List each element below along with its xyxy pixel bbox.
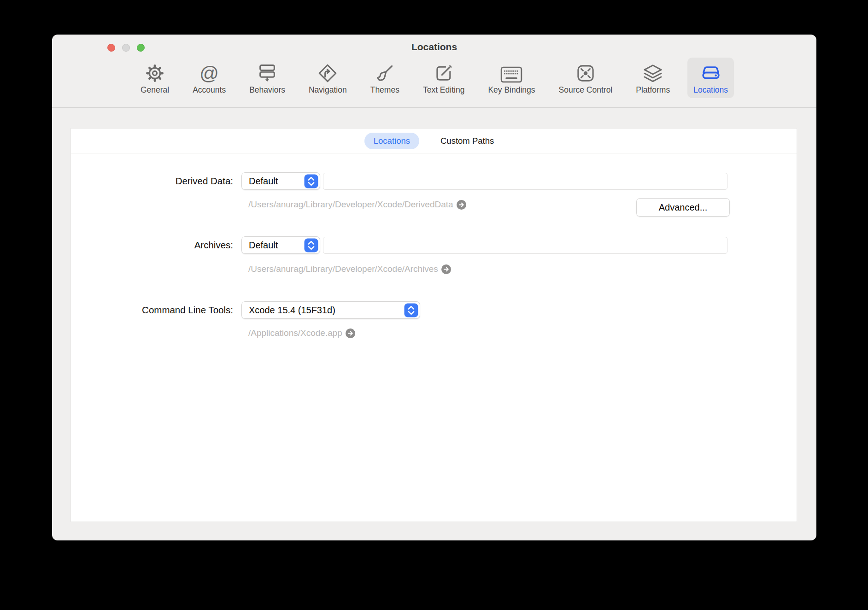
popup-value: Xcode 15.4 (15F31d) (249, 305, 335, 316)
source-control-icon (575, 62, 596, 84)
settings-toolbar: General @ Accounts (52, 58, 816, 98)
toolbar-item-label: Text Editing (423, 85, 464, 95)
toolbar-item-themes[interactable]: Themes (364, 58, 405, 98)
toolbar-item-label: Behaviors (249, 85, 285, 95)
toolbar-item-general[interactable]: General (135, 58, 175, 98)
gear-icon (144, 62, 165, 84)
toolbar-item-source-control[interactable]: Source Control (553, 58, 619, 98)
path-text: /Users/anurag/Library/Developer/Xcode/Ar… (248, 264, 438, 274)
derived-data-path: /Users/anurag/Library/Developer/Xcode/De… (248, 199, 466, 211)
toolbar-item-accounts[interactable]: @ Accounts (187, 58, 232, 98)
chevron-up-down-icon (304, 174, 318, 188)
toolbar-item-label: Source Control (559, 85, 613, 95)
locations-tab-bar: Locations Custom Paths (71, 129, 797, 153)
archives-path: /Users/anurag/Library/Developer/Xcode/Ar… (248, 263, 451, 275)
command-line-tools-path: /Applications/Xcode.app (248, 327, 355, 339)
tab-locations[interactable]: Locations (364, 133, 419, 149)
behaviors-icon (257, 62, 278, 84)
popup-value: Default (249, 240, 278, 251)
toolbar-item-locations[interactable]: Locations (687, 58, 734, 98)
chevron-up-down-icon (404, 303, 418, 317)
path-text: /Users/anurag/Library/Developer/Xcode/De… (248, 199, 453, 210)
path-text: /Applications/Xcode.app (248, 328, 342, 338)
arrow-right-circle-icon[interactable] (441, 264, 451, 274)
toolbar-item-behaviors[interactable]: Behaviors (243, 58, 291, 98)
toolbar-item-label: Platforms (636, 85, 670, 95)
compose-icon (433, 62, 454, 84)
keyboard-icon (500, 62, 523, 84)
toolbar-item-platforms[interactable]: Platforms (630, 58, 676, 98)
toolbar-item-label: General (141, 85, 169, 95)
settings-window: Locations General (52, 35, 816, 540)
arrow-right-circle-icon[interactable] (457, 200, 466, 210)
command-line-tools-popup[interactable]: Xcode 15.4 (15F31d) (241, 301, 420, 319)
derived-data-field[interactable] (323, 173, 727, 190)
popup-value: Default (249, 176, 278, 187)
toolbar-item-label: Accounts (193, 85, 226, 95)
toolbar-item-navigation[interactable]: Navigation (303, 58, 353, 98)
toolbar-item-text-editing[interactable]: Text Editing (417, 58, 470, 98)
paintbrush-icon (374, 62, 395, 84)
archives-field[interactable] (323, 237, 727, 254)
command-line-tools-label: Command Line Tools: (71, 301, 233, 319)
chevron-up-down-icon (304, 238, 318, 252)
derived-data-label: Derived Data: (71, 172, 233, 190)
derived-data-popup[interactable]: Default (241, 172, 320, 190)
locations-pane: Locations Custom Paths Derived Data: Def… (70, 128, 797, 522)
navigation-icon (317, 62, 338, 84)
external-drive-icon (699, 62, 722, 84)
archives-popup[interactable]: Default (241, 236, 320, 254)
at-icon: @ (199, 62, 220, 84)
window-title: Locations (52, 41, 816, 53)
toolbar-item-label: Navigation (309, 85, 347, 95)
window-header: Locations General (52, 35, 816, 108)
arrow-right-circle-icon[interactable] (346, 328, 355, 338)
toolbar-item-label: Locations (693, 85, 728, 95)
toolbar-item-key-bindings[interactable]: Key Bindings (482, 58, 541, 98)
advanced-button[interactable]: Advanced... (636, 198, 730, 217)
tab-custom-paths[interactable]: Custom Paths (431, 133, 503, 149)
archives-label: Archives: (71, 236, 233, 254)
svg-text:@: @ (199, 63, 219, 84)
toolbar-item-label: Themes (370, 85, 399, 95)
toolbar-item-label: Key Bindings (488, 85, 535, 95)
layers-icon (642, 62, 664, 84)
